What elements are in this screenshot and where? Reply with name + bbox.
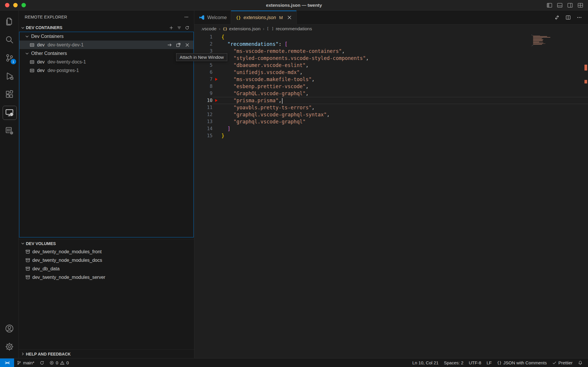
line-number[interactable]: 13	[194, 118, 213, 125]
tab-welcome[interactable]: Welcome	[194, 11, 231, 24]
activity-settings[interactable]	[0, 338, 19, 356]
line-number[interactable]: 1	[194, 33, 213, 41]
activity-run-debug[interactable]	[0, 67, 19, 85]
line-number[interactable]: 7	[194, 76, 213, 83]
line-text: "graphql.vscode-graphql"	[221, 118, 306, 125]
volume-item-dev-db-data[interactable]: dev_db_data	[19, 264, 194, 273]
code-line-13[interactable]: 13 "graphql.vscode-graphql"	[194, 118, 588, 125]
breadcrumb-label: .vscode	[201, 26, 216, 31]
container-group-dev-containers[interactable]: Dev Containers	[19, 32, 193, 41]
bell-icon	[578, 361, 583, 365]
activity-extensions[interactable]	[0, 85, 19, 103]
problems-status[interactable]: 00	[47, 358, 71, 367]
eol[interactable]: LF	[484, 358, 495, 367]
code-line-5[interactable]: 5 "dbaeumer.vscode-eslint",	[194, 62, 588, 69]
close-icon[interactable]	[185, 42, 190, 48]
minimize-window-button[interactable]	[13, 3, 18, 7]
volume-label: dev_twenty_node_modules_front	[32, 249, 102, 254]
customize-layout-icon[interactable]	[577, 2, 583, 8]
notifications-bell[interactable]	[575, 358, 585, 367]
container-item-dev-postgres-1[interactable]: devdev-postgres-1	[19, 66, 193, 75]
language-mode[interactable]: {}JSON with Comments	[494, 358, 549, 367]
activity-accounts[interactable]	[0, 319, 19, 338]
line-number[interactable]: 10	[194, 97, 213, 104]
close-icon[interactable]	[287, 15, 292, 20]
container-description: dev-postgres-1	[48, 68, 79, 73]
cursor-position[interactable]: Ln 10, Col 21	[410, 358, 441, 367]
code-line-4[interactable]: 4 "styled-components.vscode-styled-compo…	[194, 55, 588, 62]
container-description: dev-twenty-docs-1	[48, 59, 86, 65]
formatter[interactable]: Prettier	[549, 358, 575, 367]
line-number[interactable]: 9	[194, 90, 213, 97]
volume-item-dev-twenty-node-modules-docs[interactable]: dev_twenty_node_modules_docs	[19, 256, 194, 264]
code-line-15[interactable]: 15}	[194, 132, 588, 139]
line-number[interactable]: 8	[194, 83, 213, 90]
ellipsis-icon[interactable]	[577, 15, 582, 20]
section-help-feedback[interactable]: HELP AND FEEDBACK	[19, 349, 194, 358]
container-group-other-containers[interactable]: Other Containers	[19, 49, 193, 58]
remote-indicator[interactable]: ><	[0, 358, 14, 367]
breadcrumb-label: recommendations	[276, 26, 312, 31]
split-editor-icon[interactable]	[565, 15, 571, 20]
breadcrumb-item--vscode[interactable]: .vscode	[201, 26, 216, 31]
layout-sidebar-right-icon[interactable]	[567, 2, 573, 8]
volume-item-dev-twenty-node-modules-server[interactable]: dev_twenty_node_modules_server	[19, 273, 194, 281]
compare-icon[interactable]	[554, 15, 560, 20]
code-line-8[interactable]: 8 "esbenp.prettier-vscode",	[194, 83, 588, 90]
minimap[interactable]	[532, 35, 555, 46]
line-number[interactable]: 11	[194, 104, 213, 111]
activity-remote-explorer[interactable]	[0, 103, 19, 122]
minimap-line	[533, 40, 543, 41]
code-editor[interactable]: 1{2 "recommendations": [3 "ms-vscode-rem…	[194, 33, 588, 358]
minimap-line	[533, 44, 542, 45]
code-line-10[interactable]: 10 "prisma.prisma",	[194, 97, 588, 104]
line-text: {	[221, 33, 224, 41]
git-branch-status[interactable]: main*	[14, 358, 37, 367]
container-item-dev-twenty-docs-1[interactable]: devdev-twenty-docs-1	[19, 58, 193, 66]
section-dev-volumes[interactable]: DEV VOLUMES	[19, 239, 194, 247]
list-filter-icon[interactable]	[177, 26, 181, 30]
activity-container-tools[interactable]	[0, 122, 19, 140]
volume-item-dev-twenty-node-modules-front[interactable]: dev_twenty_node_modules_front	[19, 247, 194, 256]
code-line-11[interactable]: 11 "yoavbls.pretty-ts-errors",	[194, 104, 588, 111]
files-icon	[5, 17, 14, 26]
indentation[interactable]: Spaces: 2	[441, 358, 466, 367]
code-line-14[interactable]: 14 ]	[194, 125, 588, 132]
code-line-2[interactable]: 2 "recommendations": [	[194, 41, 588, 48]
gutter-space	[213, 69, 221, 76]
section-dev-containers[interactable]: DEV CONTAINERS	[19, 24, 194, 32]
line-number[interactable]: 5	[194, 62, 213, 69]
activity-explorer[interactable]	[0, 12, 19, 31]
breadcrumb-item-recommendations[interactable]: [ ]recommendations	[267, 26, 312, 31]
container-item-dev-twenty-dev-1[interactable]: devdev-twenty-dev-1	[19, 41, 193, 49]
code-line-3[interactable]: 3 "ms-vscode-remote.remote-containers",	[194, 48, 588, 55]
refresh-icon[interactable]	[185, 26, 189, 30]
line-text: "ms-vscode.makefile-tools",	[221, 76, 315, 83]
code-line-1[interactable]: 1{	[194, 33, 588, 41]
activity-source-control[interactable]: 1	[0, 49, 19, 67]
attach-new-window-icon[interactable]	[176, 42, 181, 48]
line-number[interactable]: 14	[194, 125, 213, 132]
sync-status[interactable]	[37, 358, 47, 367]
breadcrumb-item-extensions-json[interactable]: {}extensions.json	[223, 26, 261, 31]
overview-ruler[interactable]	[583, 33, 588, 358]
plus-icon[interactable]	[169, 26, 173, 30]
code-line-6[interactable]: 6 "unifiedjs.vscode-mdx",	[194, 69, 588, 76]
activity-search[interactable]	[0, 31, 19, 49]
encoding[interactable]: UTF-8	[466, 358, 484, 367]
line-number[interactable]: 6	[194, 69, 213, 76]
line-number[interactable]: 12	[194, 111, 213, 118]
line-number[interactable]: 15	[194, 132, 213, 139]
tab-extensions-json[interactable]: {}extensions.jsonM	[231, 11, 297, 24]
close-window-button[interactable]	[5, 3, 9, 7]
more-actions-icon[interactable]	[184, 15, 189, 19]
code-line-7[interactable]: 7 "ms-vscode.makefile-tools",	[194, 76, 588, 83]
layout-panel-icon[interactable]	[557, 2, 563, 8]
code-line-12[interactable]: 12 "graphql.vscode-graphql-syntax",	[194, 111, 588, 118]
line-number[interactable]: 2	[194, 41, 213, 48]
line-text: "recommendations": [	[221, 41, 288, 48]
layout-sidebar-icon[interactable]	[547, 2, 552, 8]
zoom-window-button[interactable]	[21, 3, 26, 7]
code-line-9[interactable]: 9 "GraphQL.vscode-graphql",	[194, 90, 588, 97]
attach-icon[interactable]	[167, 42, 172, 48]
